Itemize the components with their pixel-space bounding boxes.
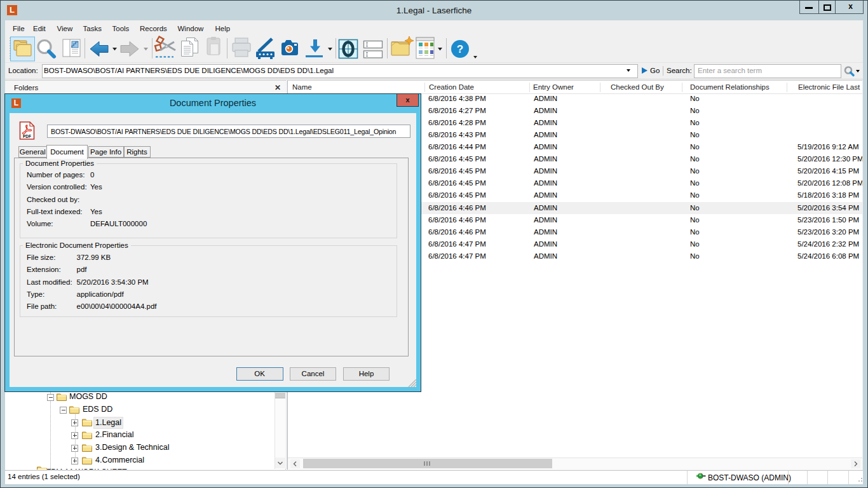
svg-text:?: ?	[457, 43, 463, 55]
svg-text:PDF: PDF	[23, 134, 31, 139]
